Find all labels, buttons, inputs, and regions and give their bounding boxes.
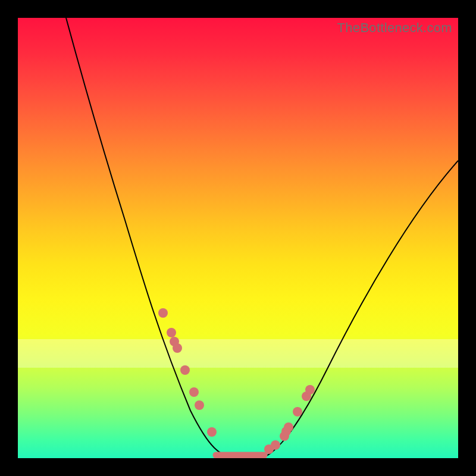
bottleneck-curve [66, 18, 458, 458]
marker-dot [195, 400, 204, 410]
marker-group [158, 308, 315, 454]
marker-dot [271, 440, 280, 450]
marker-dot [189, 387, 199, 397]
marker-dot [284, 422, 293, 432]
marker-dot [167, 328, 176, 337]
chart-frame: TheBottleneck.com [0, 0, 476, 476]
marker-dot [293, 407, 302, 416]
marker-dot [180, 365, 190, 375]
chart-svg [18, 18, 458, 458]
marker-dot [173, 343, 182, 353]
marker-dot [207, 427, 217, 437]
plot-area: TheBottleneck.com [18, 18, 458, 458]
marker-dot [158, 308, 168, 318]
marker-dot [305, 385, 315, 394]
